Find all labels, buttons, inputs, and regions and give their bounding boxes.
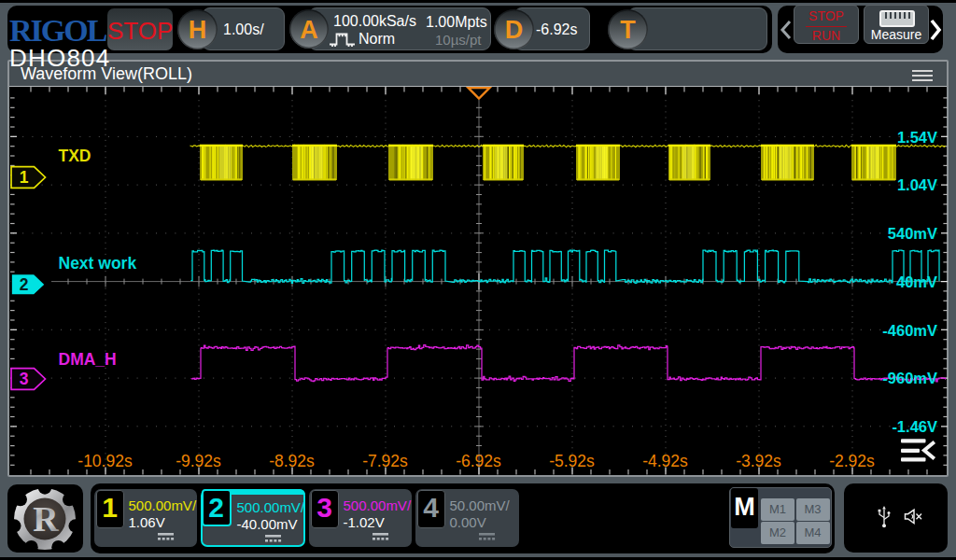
svg-text:-9.92s: -9.92s (176, 452, 221, 470)
svg-text:-4.92s: -4.92s (642, 452, 688, 470)
svg-text:Next work: Next work (58, 254, 136, 273)
svg-text:-3.92s: -3.92s (736, 452, 781, 470)
svg-text:3: 3 (19, 370, 28, 388)
svg-text:40mV: 40mV (895, 273, 936, 290)
svg-text:-8.92s: -8.92s (269, 452, 315, 470)
svg-text:R: R (33, 499, 59, 539)
svg-text:-460mV: -460mV (882, 322, 937, 339)
svg-text:DMA_H: DMA_H (58, 350, 116, 369)
svg-text:1.04V: 1.04V (896, 176, 936, 193)
svg-text:1: 1 (19, 168, 28, 187)
svg-text:-2.92s: -2.92s (829, 452, 875, 470)
svg-text:-6.92s: -6.92s (456, 452, 501, 470)
svg-text:-1.46V: -1.46V (892, 418, 937, 435)
svg-text:-960mV: -960mV (882, 370, 937, 386)
svg-text:2: 2 (19, 275, 28, 294)
svg-text:-7.92s: -7.92s (362, 452, 408, 470)
svg-text:-10.92s: -10.92s (77, 452, 133, 470)
svg-text:540mV: 540mV (887, 225, 936, 242)
svg-text:TXD: TXD (58, 147, 91, 165)
svg-text:-5.92s: -5.92s (549, 452, 595, 470)
svg-text:1.54V: 1.54V (896, 129, 936, 146)
